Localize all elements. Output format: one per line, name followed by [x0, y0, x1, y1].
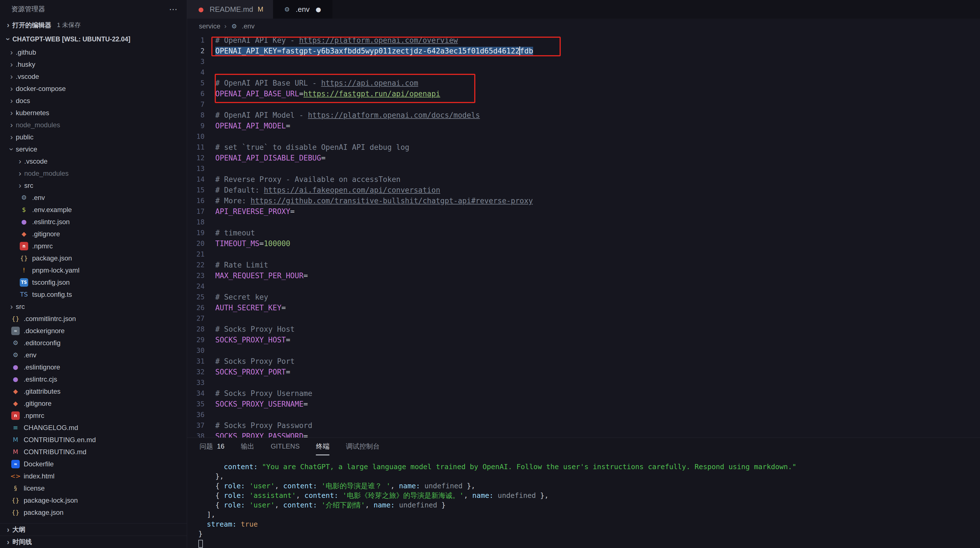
- code-line-23[interactable]: 23MAX_REQUEST_PER_HOUR=: [187, 270, 980, 281]
- terminal-line: stream: true: [198, 519, 980, 529]
- tree-file-.eslintrc.cjs[interactable]: ●.eslintrc.cjs: [0, 373, 187, 385]
- code-line-16[interactable]: 16# More: https://github.com/transitive-…: [187, 195, 980, 206]
- line-number: 34: [187, 388, 215, 399]
- code-line-13[interactable]: 13: [187, 163, 980, 174]
- code-line-3[interactable]: 3: [187, 56, 980, 67]
- code-line-8[interactable]: 8# OpenAI API Model - https://platform.o…: [187, 110, 980, 121]
- code-line-35[interactable]: 35SOCKS_PROXY_USERNAME=: [187, 399, 980, 410]
- code-line-17[interactable]: 17API_REVERSE_PROXY=: [187, 206, 980, 217]
- tree-folder-service[interactable]: ›service: [0, 143, 187, 155]
- code-line-10[interactable]: 10: [187, 131, 980, 142]
- tree-file-CONTRIBUTING.md[interactable]: MCONTRIBUTING.md: [0, 446, 187, 458]
- tree-folder-docker-compose[interactable]: ›docker-compose: [0, 83, 187, 95]
- tree-folder-src[interactable]: ›src: [0, 300, 187, 313]
- tree-folder-public[interactable]: ›public: [0, 131, 187, 143]
- tree-folder-kubernetes[interactable]: ›kubernetes: [0, 107, 187, 119]
- tree-folder-docs[interactable]: ›docs: [0, 95, 187, 107]
- tree-file-package-lock.json[interactable]: {}package-lock.json: [0, 494, 187, 506]
- breadcrumb[interactable]: service › ⚙ .env: [187, 19, 980, 34]
- tree-file-package.json[interactable]: {}package.json: [0, 506, 187, 518]
- panel-tab-调试控制台[interactable]: 调试控制台: [346, 438, 380, 455]
- breadcrumb-item-env[interactable]: .env: [242, 22, 255, 30]
- tree-folder-node_modules[interactable]: ›node_modules: [0, 167, 187, 179]
- tree-file-.npmrc[interactable]: n.npmrc: [0, 240, 187, 252]
- tree-folder-.github[interactable]: ›.github: [0, 46, 187, 58]
- tree-file-.env[interactable]: ⚙.env: [0, 192, 187, 203]
- tree-file-.gitattributes[interactable]: ◆.gitattributes: [0, 385, 187, 397]
- code-line-22[interactable]: 22# Rate Limit: [187, 260, 980, 270]
- outline-section[interactable]: › 大纲: [0, 523, 187, 535]
- code-line-31[interactable]: 31# Socks Proxy Port: [187, 356, 980, 367]
- tree-file-.env[interactable]: ⚙.env: [0, 349, 187, 361]
- more-actions-icon[interactable]: ⋯: [169, 4, 178, 14]
- tree-file-.npmrc[interactable]: n.npmrc: [0, 410, 187, 422]
- code-line-14[interactable]: 14# Reverse Proxy - Available on accessT…: [187, 174, 980, 185]
- panel-tab-输出[interactable]: 输出: [241, 438, 255, 455]
- code-line-18[interactable]: 18: [187, 217, 980, 227]
- workspace-section[interactable]: › CHATGPT-WEB [WSL: UBUNTU-22.04]: [0, 32, 187, 46]
- tree-file-tsup.config.ts[interactable]: TStsup.config.ts: [0, 288, 187, 300]
- code-line-7[interactable]: 7: [187, 99, 980, 110]
- tree-file-pnpm-lock.yaml[interactable]: !pnpm-lock.yaml: [0, 264, 187, 276]
- tree-file-.gitignore[interactable]: ◆.gitignore: [0, 397, 187, 410]
- code-line-36[interactable]: 36: [187, 410, 980, 420]
- code-line-27[interactable]: 27: [187, 313, 980, 324]
- open-editors-section[interactable]: › 打开的编辑器 1 未保存: [0, 18, 187, 32]
- code-line-28[interactable]: 28# Socks Proxy Host: [187, 324, 980, 335]
- code-line-2[interactable]: 2OPENAI_API_KEY=fastgpt-y6b3axfbdd5wyp01…: [187, 46, 980, 56]
- panel-tab-GITLENS[interactable]: GITLENS: [271, 438, 300, 455]
- tree-folder-node_modules[interactable]: ›node_modules: [0, 119, 187, 131]
- tree-file-package.json[interactable]: {}package.json: [0, 252, 187, 264]
- tree-file-license[interactable]: §license: [0, 482, 187, 494]
- code-line-1[interactable]: 1# OpenAI API Key - https://platform.ope…: [187, 35, 980, 46]
- tree-file-Dockerfile[interactable]: ≈Dockerfile: [0, 458, 187, 470]
- tree-folder-.vscode[interactable]: ›.vscode: [0, 155, 187, 167]
- tree-file-index.html[interactable]: <>index.html: [0, 470, 187, 482]
- tree-file-.eslintrc.json[interactable]: ●.eslintrc.json: [0, 216, 187, 228]
- tree-folder-.vscode[interactable]: ›.vscode: [0, 70, 187, 83]
- code-line-4[interactable]: 4: [187, 67, 980, 78]
- tree-file-.eslintignore[interactable]: ●.eslintignore: [0, 361, 187, 373]
- timeline-section[interactable]: › 时间线: [0, 535, 187, 548]
- tree-file-tsconfig.json[interactable]: TStsconfig.json: [0, 276, 187, 288]
- code-line-34[interactable]: 34# Socks Proxy Username: [187, 388, 980, 399]
- code-line-9[interactable]: 9OPENAI_API_MODEL=: [187, 121, 980, 131]
- code-line-38[interactable]: 38SOCKS_PROXY_PASSWORD=: [187, 431, 980, 438]
- code-line-20[interactable]: 20TIMEOUT_MS=100000: [187, 238, 980, 249]
- code-line-21[interactable]: 21: [187, 249, 980, 260]
- tree-file-.gitignore[interactable]: ◆.gitignore: [0, 228, 187, 240]
- editor-pane[interactable]: 1# OpenAI API Key - https://platform.ope…: [187, 34, 980, 438]
- tree-folder-.husky[interactable]: ›.husky: [0, 58, 187, 70]
- code-line-6[interactable]: 6OPENAI_API_BASE_URL=https://fastgpt.run…: [187, 89, 980, 99]
- panel-tab-终端[interactable]: 终端: [316, 438, 329, 455]
- tab-.env[interactable]: ⚙.env●: [273, 0, 332, 19]
- code-line-5[interactable]: 5# OpenAI API Base URL - https://api.ope…: [187, 78, 980, 89]
- code-line-30[interactable]: 30: [187, 345, 980, 356]
- breadcrumb-item-service[interactable]: service: [199, 22, 220, 30]
- chevron-right-icon: ›: [16, 182, 24, 189]
- tree-folder-src[interactable]: ›src: [0, 179, 187, 192]
- panel-tab-问题[interactable]: 问题16: [199, 438, 224, 455]
- code-line-11[interactable]: 11# set `true` to disable OpenAI API deb…: [187, 142, 980, 152]
- code-line-19[interactable]: 19# timeout: [187, 227, 980, 238]
- tree-file-.dockerignore[interactable]: ≈.dockerignore: [0, 325, 187, 337]
- git-icon: ◆: [11, 387, 20, 396]
- chevron-right-icon: ›: [7, 60, 16, 68]
- tab-README.md[interactable]: ●README.mdM: [187, 0, 273, 19]
- tree-file-.editorconfig[interactable]: ⚙.editorconfig: [0, 337, 187, 349]
- code-line-37[interactable]: 37# Socks Proxy Password: [187, 420, 980, 431]
- tree-file-CHANGELOG.md[interactable]: ≡CHANGELOG.md: [0, 422, 187, 434]
- code-line-15[interactable]: 15# Default: https://ai.fakeopen.com/api…: [187, 185, 980, 195]
- code-line-25[interactable]: 25# Secret key: [187, 292, 980, 302]
- code-line-32[interactable]: 32SOCKS_PROXY_PORT=: [187, 367, 980, 377]
- tree-file-.env.example[interactable]: $.env.example: [0, 203, 187, 216]
- terminal-pane[interactable]: content: "You are ChatGPT, a large langu…: [187, 455, 980, 548]
- code-line-12[interactable]: 12OPENAI_API_DISABLE_DEBUG=: [187, 152, 980, 163]
- tree-file-.commitlintrc.json[interactable]: {}.commitlintrc.json: [0, 313, 187, 325]
- code-line-29[interactable]: 29SOCKS_PROXY_HOST=: [187, 335, 980, 345]
- code-line-26[interactable]: 26AUTH_SECRET_KEY=: [187, 302, 980, 313]
- token: 100000: [264, 239, 290, 248]
- code-line-33[interactable]: 33: [187, 377, 980, 388]
- code-line-24[interactable]: 24: [187, 281, 980, 292]
- tree-file-CONTRIBUTING.en.md[interactable]: MCONTRIBUTING.en.md: [0, 434, 187, 446]
